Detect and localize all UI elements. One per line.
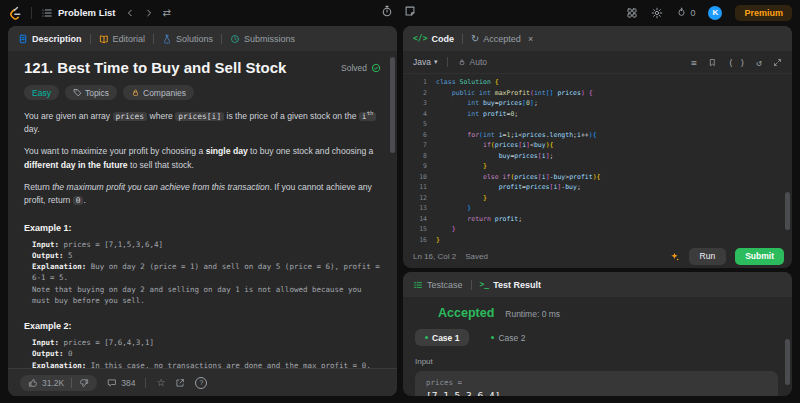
like-button[interactable]: 31.2K xyxy=(28,378,64,388)
star-icon: ☆ xyxy=(156,377,165,388)
divider xyxy=(153,34,154,44)
tab-accepted[interactable]: ↻ Accepted × xyxy=(471,33,533,44)
code-line: 11 profit=prices[i]-buy; xyxy=(403,182,792,193)
chevron-right-icon xyxy=(144,8,154,18)
problem-title: 121. Best Time to Buy and Sell Stock xyxy=(24,59,286,76)
editorial-book-icon xyxy=(99,34,109,44)
language-label: Java xyxy=(413,57,431,67)
difficulty-badge[interactable]: Easy xyxy=(24,85,59,100)
share-button[interactable] xyxy=(175,378,185,388)
case-1-label: Case 1 xyxy=(432,333,459,343)
code-line: 13 } xyxy=(403,203,792,214)
companies-badge[interactable]: Companies xyxy=(123,85,194,100)
next-problem-button[interactable] xyxy=(144,8,154,18)
code-line: 5 xyxy=(403,119,792,130)
run-button[interactable]: Run xyxy=(689,248,727,265)
divider xyxy=(462,34,463,44)
tab-code-label: Code xyxy=(431,34,454,44)
example-label: Example 2: xyxy=(24,321,381,331)
leetcode-logo-icon[interactable] xyxy=(8,6,22,20)
bookmark-icon[interactable] xyxy=(708,58,717,67)
description-paragraph: Return the maximum profit you can achiev… xyxy=(24,181,381,208)
code-editor-panel: </> Code ↻ Accepted × Java ▾ Auto xyxy=(403,26,792,268)
tab-solutions[interactable]: Solutions xyxy=(162,34,213,44)
testcase-input[interactable]: prices = [7,1,5,3,6,4] xyxy=(415,371,778,396)
help-button[interactable]: ? xyxy=(195,377,207,389)
comments-button[interactable]: 384 xyxy=(107,378,135,388)
input-variable-name: prices = xyxy=(426,378,767,387)
tab-test-result[interactable]: >_ Test Result xyxy=(480,280,541,290)
tab-accepted-label: Accepted xyxy=(483,34,521,44)
prev-problem-button[interactable] xyxy=(125,8,135,18)
brackets-icon[interactable]: ( ) xyxy=(728,57,745,68)
leetcode-app: Problem List ⇄ xyxy=(0,0,800,403)
language-selector[interactable]: Java ▾ xyxy=(413,57,437,67)
result-scrollbar[interactable] xyxy=(785,339,790,385)
tab-code[interactable]: </> Code xyxy=(413,34,454,44)
code-line: 3 int buy=prices[0]; xyxy=(403,98,792,109)
companies-label: Companies xyxy=(143,88,186,98)
result-body: Accepted Runtime: 0 ms Case 1 Case 2 Inp… xyxy=(403,297,792,396)
editor-toolbar: Java ▾ Auto ≡ ( ) ↺ xyxy=(403,51,792,74)
description-file-icon xyxy=(18,34,28,44)
problem-panel: Description Editorial Solutions xyxy=(8,26,397,396)
apps-grid-button[interactable] xyxy=(626,7,638,19)
problem-content: 121. Best Time to Buy and Sell Stock Sol… xyxy=(8,51,397,368)
cursor-position: Ln 16, Col 2 xyxy=(413,252,456,261)
tab-submissions-label: Submissions xyxy=(244,34,295,44)
avatar[interactable]: K xyxy=(708,6,722,20)
premium-button[interactable]: Premium xyxy=(735,5,792,21)
shuffle-button[interactable]: ⇄ xyxy=(163,7,171,18)
code-editor[interactable]: 1class Solution {2 public int maxProfit(… xyxy=(403,74,792,244)
example-label: Example 1: xyxy=(24,223,381,233)
chevron-left-icon xyxy=(125,8,135,18)
divider xyxy=(31,7,32,19)
format-lines-icon[interactable]: ≡ xyxy=(691,57,697,68)
case-1-button[interactable]: Case 1 xyxy=(415,329,469,346)
submit-button[interactable]: Submit xyxy=(735,248,784,265)
problem-description: You are given an array prices where pric… xyxy=(24,109,381,208)
tab-testcase[interactable]: Testcase xyxy=(413,280,463,290)
gear-icon xyxy=(651,7,663,19)
favorite-button[interactable]: ☆ xyxy=(156,377,165,388)
close-icon[interactable]: × xyxy=(528,34,533,44)
note-icon xyxy=(404,5,416,17)
case-2-button[interactable]: Case 2 xyxy=(481,329,535,346)
streak-counter[interactable]: 0 xyxy=(676,7,695,18)
code-line: 6 for(int i=1;i<prices.length;i++){ xyxy=(403,130,792,141)
description-paragraph: You are given an array prices where pric… xyxy=(24,109,381,136)
tab-editorial[interactable]: Editorial xyxy=(99,34,146,44)
editor-scrollbar[interactable] xyxy=(785,192,790,230)
auto-save-toggle[interactable]: Auto xyxy=(458,57,487,67)
tab-solutions-label: Solutions xyxy=(176,34,213,44)
debug-sparkle-icon[interactable] xyxy=(669,251,680,262)
code-line: 10 else if(prices[i]-buy>profit){ xyxy=(403,172,792,183)
expand-icon[interactable] xyxy=(773,58,782,67)
timer-button[interactable] xyxy=(381,5,393,17)
topics-badge[interactable]: Topics xyxy=(65,85,117,100)
dislike-button[interactable] xyxy=(79,378,89,388)
problem-list-button[interactable]: Problem List xyxy=(41,7,116,19)
solved-status: Solved xyxy=(341,63,381,73)
code-line: 1class Solution { xyxy=(403,77,792,88)
divider xyxy=(90,34,91,44)
lock-small-icon xyxy=(458,58,466,66)
problem-list-icon xyxy=(41,7,53,19)
case-2-label: Case 2 xyxy=(498,333,525,343)
runtime-label: Runtime: 0 ms xyxy=(505,309,560,319)
note-button[interactable] xyxy=(404,5,416,17)
example-block: Input: prices = [7,6,4,3,1]Output: 0Expl… xyxy=(32,337,381,368)
settings-button[interactable] xyxy=(651,7,663,19)
thumbs-up-icon xyxy=(28,378,38,388)
badges-row: Easy Topics Companies xyxy=(24,85,381,100)
tab-description[interactable]: Description xyxy=(18,34,82,44)
problem-scrollbar[interactable] xyxy=(390,57,395,153)
tab-submissions[interactable]: Submissions xyxy=(230,34,295,44)
comment-count: 384 xyxy=(121,378,135,388)
code-line: 4 int profit=0; xyxy=(403,109,792,120)
input-label: Input xyxy=(415,357,778,366)
verdict-accepted: Accepted xyxy=(438,306,494,320)
reset-code-icon[interactable]: ↺ xyxy=(756,57,762,68)
input-variable-value: [7,1,5,3,6,4] xyxy=(426,390,767,396)
like-count: 31.2K xyxy=(42,378,64,388)
